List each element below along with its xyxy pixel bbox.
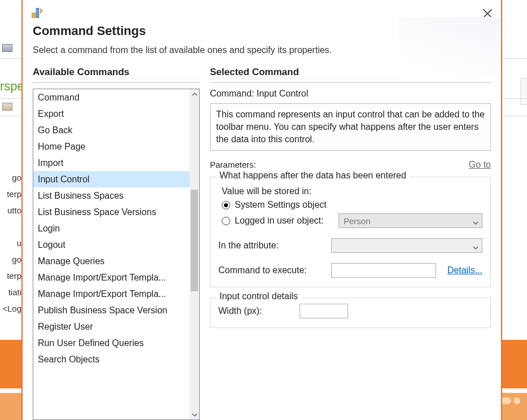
goto-link[interactable]: Go to (469, 160, 491, 170)
user-object-select-value: Person (344, 216, 371, 226)
details-link[interactable]: Details... (447, 265, 482, 275)
data-entered-fieldset: What happens after the data has been ent… (210, 177, 491, 287)
svg-rect-0 (32, 13, 36, 18)
radio-logged-in-user-label: Logged in user object: (235, 216, 334, 226)
chevron-down-icon (473, 243, 478, 248)
scroll-up-button[interactable] (190, 89, 199, 99)
command-list-item[interactable]: Input Control (33, 171, 190, 187)
command-list-item[interactable]: Import (33, 155, 190, 171)
input-control-details-fieldset: Input control details Width (px): (210, 298, 491, 328)
bg-toolbar-icon (2, 44, 12, 52)
bg-pill-2 (513, 397, 520, 404)
available-commands-heading: Available Commands (33, 67, 200, 83)
chevron-down-icon (473, 218, 478, 224)
command-label: Command: (210, 89, 254, 98)
command-list-item[interactable]: Home Page (33, 138, 190, 155)
input-control-details-legend: Input control details (216, 291, 301, 301)
dialog-subtitle: Select a command from the list of availa… (33, 45, 491, 55)
available-commands-listbox[interactable]: CommandExportGo BackHome PageImportInput… (33, 89, 200, 420)
stored-in-label: Value will be stored in: (222, 186, 482, 196)
command-list-item[interactable]: Publish Business Space Version (33, 302, 190, 318)
radio-system-settings[interactable] (222, 201, 230, 209)
scroll-down-button[interactable] (190, 410, 199, 419)
command-list-item[interactable]: List Business Spaces (33, 187, 190, 204)
scroll-thumb[interactable] (191, 190, 198, 291)
bg-left-panel-fragment: go terp utto u go terp tiati <Log (0, 169, 21, 317)
bg-perspective-label: rspe (0, 79, 24, 94)
command-list-item[interactable]: List Business Space Versions (33, 204, 190, 220)
command-list-item[interactable]: Command (33, 89, 190, 106)
parameters-label: Parameters: (210, 160, 256, 169)
command-to-execute-input[interactable] (331, 263, 436, 278)
command-settings-dialog: Command Settings Select a command from t… (21, 0, 502, 420)
dialog-title: Command Settings (33, 24, 491, 38)
data-entered-legend: What happens after the data has been ent… (216, 170, 410, 181)
command-list-item[interactable]: Manage Import/Export Templa... (33, 269, 190, 286)
command-list-item[interactable]: Search Objects (33, 351, 190, 368)
command-name-value: Input Control (257, 89, 309, 98)
radio-system-settings-label: System Settings object (235, 200, 327, 210)
command-description-box: This command represents an input control… (210, 103, 491, 151)
command-list-item[interactable]: Export (33, 106, 190, 122)
radio-logged-in-user[interactable] (222, 217, 230, 225)
width-input[interactable] (300, 304, 348, 318)
dialog-title-icon (30, 7, 43, 19)
user-object-select[interactable]: Person (339, 213, 482, 228)
close-button[interactable] (482, 8, 493, 19)
command-list-item[interactable]: Manage Queries (33, 253, 190, 269)
command-list-item[interactable]: Login (33, 220, 190, 237)
command-list-item[interactable]: Run User Defined Queries (33, 335, 190, 351)
command-list-item[interactable]: Manage Import/Export Templa... (33, 286, 190, 302)
listbox-scrollbar[interactable] (190, 89, 199, 419)
attribute-label: In the attribute: (218, 240, 326, 251)
svg-rect-1 (36, 8, 39, 18)
width-label: Width (px): (218, 306, 292, 316)
attribute-select[interactable] (331, 238, 482, 253)
command-to-execute-label: Command to execute: (218, 265, 326, 275)
command-list-item[interactable]: Register User (33, 318, 190, 335)
bg-toolbar-icon-2 (2, 103, 12, 111)
command-list-item[interactable]: Go Back (33, 122, 190, 138)
command-list-item[interactable]: Logout (33, 237, 190, 253)
command-name-row: Command: Input Control (210, 89, 491, 99)
selected-command-heading: Selected Command (210, 67, 491, 83)
